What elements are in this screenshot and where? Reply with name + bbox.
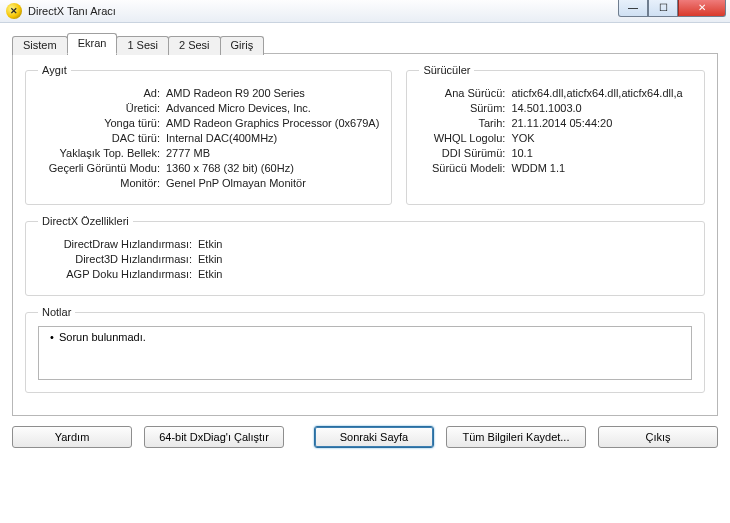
drivers-surum-value: 14.501.1003.0 (511, 102, 692, 114)
features-agp-value: Etkin (198, 268, 692, 280)
bullet-icon: • (45, 331, 59, 343)
app-icon (6, 3, 22, 19)
save-all-button[interactable]: Tüm Bilgileri Kaydet... (446, 426, 586, 448)
exit-button[interactable]: Çıkış (598, 426, 718, 448)
drivers-ana-value: aticfx64.dll,aticfx64.dll,aticfx64.dll,a (511, 87, 692, 99)
drivers-model-label: Sürücü Modeli: (419, 162, 511, 174)
tab-content: Aygıt Ad:AMD Radeon R9 200 Series Üretic… (12, 53, 718, 416)
drivers-ddi-label: DDI Sürümü: (419, 147, 511, 159)
close-button[interactable]: ✕ (678, 0, 726, 17)
drivers-surum-label: Sürüm: (419, 102, 511, 114)
tab-giris[interactable]: Giriş (220, 36, 265, 55)
device-uretici-value: Advanced Micro Devices, Inc. (166, 102, 379, 114)
device-yonga-label: Yonga türü: (38, 117, 166, 129)
drivers-tarih-label: Tarih: (419, 117, 511, 129)
notes-text: Sorun bulunmadı. (59, 331, 146, 343)
window-title: DirectX Tanı Aracı (28, 5, 116, 17)
drivers-whql-value: YOK (511, 132, 692, 144)
drivers-tarih-value: 21.11.2014 05:44:20 (511, 117, 692, 129)
features-agp-label: AGP Doku Hızlandırması: (38, 268, 198, 280)
drivers-ddi-value: 10.1 (511, 147, 692, 159)
drivers-model-value: WDDM 1.1 (511, 162, 692, 174)
device-monitor-value: Genel PnP Olmayan Monitör (166, 177, 379, 189)
notes-group: Notlar • Sorun bulunmadı. (25, 306, 705, 393)
device-mod-label: Geçerli Görüntü Modu: (38, 162, 166, 174)
notes-legend: Notlar (38, 306, 75, 318)
features-d3d-label: Direct3D Hızlandırması: (38, 253, 198, 265)
device-mod-value: 1360 x 768 (32 bit) (60Hz) (166, 162, 379, 174)
device-bellek-label: Yaklaşık Top. Bellek: (38, 147, 166, 159)
features-d3d-value: Etkin (198, 253, 692, 265)
device-uretici-label: Üretici: (38, 102, 166, 114)
dxdiag64-button[interactable]: 64-bit DxDiag'ı Çalıştır (144, 426, 284, 448)
button-row: Yardım 64-bit DxDiag'ı Çalıştır Sonraki … (12, 426, 718, 448)
tab-sistem[interactable]: Sistem (12, 36, 68, 55)
device-yonga-value: AMD Radeon Graphics Processor (0x679A) (166, 117, 379, 129)
device-dac-label: DAC türü: (38, 132, 166, 144)
drivers-legend: Sürücüler (419, 64, 474, 76)
device-group: Aygıt Ad:AMD Radeon R9 200 Series Üretic… (25, 64, 392, 205)
tab-ekran[interactable]: Ekran (67, 33, 118, 54)
features-group: DirectX Özellikleri DirectDraw Hızlandır… (25, 215, 705, 296)
notes-box[interactable]: • Sorun bulunmadı. (38, 326, 692, 380)
features-ddraw-value: Etkin (198, 238, 692, 250)
device-dac-value: Internal DAC(400MHz) (166, 132, 379, 144)
device-bellek-value: 2777 MB (166, 147, 379, 159)
tab-strip: Sistem Ekran 1 Sesi 2 Sesi Giriş (12, 33, 718, 54)
tab-ses2[interactable]: 2 Sesi (168, 36, 221, 55)
help-button[interactable]: Yardım (12, 426, 132, 448)
device-legend: Aygıt (38, 64, 71, 76)
device-ad-label: Ad: (38, 87, 166, 99)
drivers-group: Sürücüler Ana Sürücü:aticfx64.dll,aticfx… (406, 64, 705, 205)
device-ad-value: AMD Radeon R9 200 Series (166, 87, 379, 99)
tab-ses1[interactable]: 1 Sesi (116, 36, 169, 55)
notes-line: • Sorun bulunmadı. (45, 331, 685, 343)
drivers-ana-label: Ana Sürücü: (419, 87, 511, 99)
drivers-whql-label: WHQL Logolu: (419, 132, 511, 144)
device-monitor-label: Monitör: (38, 177, 166, 189)
features-legend: DirectX Özellikleri (38, 215, 133, 227)
features-ddraw-label: DirectDraw Hızlandırması: (38, 238, 198, 250)
minimize-button[interactable]: — (618, 0, 648, 17)
title-bar: DirectX Tanı Aracı — ☐ ✕ (0, 0, 730, 23)
maximize-button[interactable]: ☐ (648, 0, 678, 17)
window-controls: — ☐ ✕ (618, 0, 726, 17)
next-page-button[interactable]: Sonraki Sayfa (314, 426, 434, 448)
